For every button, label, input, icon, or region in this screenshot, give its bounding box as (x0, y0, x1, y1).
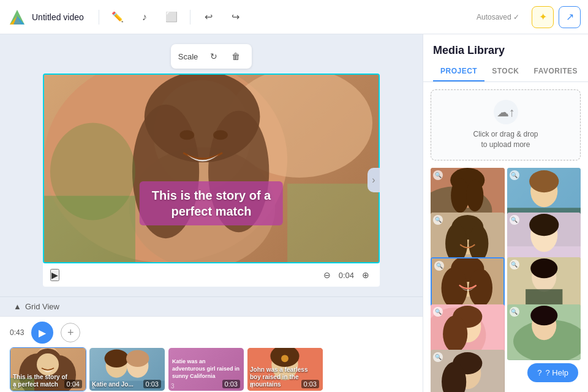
svg-point-8 (179, 130, 194, 140)
redo-button[interactable]: ↪ (225, 6, 247, 28)
svg-point-36 (529, 170, 559, 192)
media-zoom-icon-8: 🔍 (510, 307, 519, 317)
timeline-play-button[interactable]: ▶ (31, 322, 53, 344)
video-controls: ▶ ⊖ 0:04 ⊕ (43, 263, 380, 287)
media-item-8[interactable]: 🔍 (507, 304, 581, 360)
delete-button[interactable]: 🗑 (227, 48, 244, 65)
export-button[interactable]: ↗ (559, 6, 581, 28)
timeline-clip-1[interactable]: This is the story of a perfect match 0:0… (10, 347, 86, 391)
media-library: Media Library PROJECT STOCK FAVORITES ☁↑… (423, 34, 588, 392)
topbar: Untitled video ✏️ ♪ ⬜ ↩ ↪ Autosaved ✓ ✦ … (0, 0, 588, 34)
svg-point-33 (466, 179, 483, 211)
screen-button[interactable]: ⬜ (160, 6, 183, 28)
clip-1-number: 1 (13, 383, 17, 390)
media-zoom-icon-1: 🔍 (433, 170, 443, 180)
canvas-toolbar: Scale ↻ 🗑 (171, 44, 252, 69)
upload-area[interactable]: ☁↑ Click or drag & dropto upload more (431, 89, 581, 160)
app-logo (7, 7, 27, 27)
upload-cloud-icon: ☁↑ (494, 100, 518, 124)
video-canvas-wrapper: ⊞ ◎ (43, 74, 380, 287)
clip-4-label: John was a fearless boy raised in the mo… (250, 366, 308, 388)
media-zoom-icon-9: 🔍 (433, 352, 443, 362)
tab-project[interactable]: PROJECT (433, 62, 484, 81)
caption-text: This is the story of aperfect match (152, 187, 271, 219)
media-tabs: PROJECT STOCK FAVORITES (423, 62, 588, 82)
svg-point-27 (281, 355, 288, 362)
clip-3-duration: 0:03 (222, 380, 240, 388)
scale-label: Scale (178, 52, 198, 61)
svg-point-9 (213, 130, 228, 140)
upload-text: Click or drag & dropto upload more (473, 129, 538, 150)
timeline: 0:43 ▶ + (0, 316, 423, 392)
clip-4-number: 4 (250, 383, 254, 390)
timeline-time: 0:43 (10, 328, 24, 337)
timeline-clip-3[interactable]: Katie was an adventurous girl raised in … (168, 347, 244, 391)
sparkle-button[interactable]: ✦ (532, 6, 554, 28)
grid-view-icon: ▲ (13, 302, 21, 311)
svg-rect-11 (287, 184, 379, 262)
time-display: 0:04 (339, 271, 354, 280)
tab-stock[interactable]: STOCK (484, 62, 526, 81)
tab-favorites[interactable]: FAVORITES (526, 62, 585, 81)
media-zoom-icon-6: 🔍 (510, 260, 519, 270)
clip-1-label: This is the story of a perfect match (13, 374, 71, 388)
clip-2-label: Katie and Jo... (92, 381, 150, 388)
grid-view-bar[interactable]: ▲ Grid View (0, 296, 423, 316)
svg-point-46 (529, 214, 559, 236)
svg-point-42 (469, 225, 488, 262)
media-zoom-icon-3: 🔍 (433, 215, 443, 225)
timeline-header: 0:43 ▶ + (0, 322, 423, 347)
svg-point-54 (530, 258, 557, 278)
clip-2-duration: 0:03 (143, 380, 161, 388)
media-library-title: Media Library (423, 34, 588, 62)
timeline-clip-4[interactable]: John was a fearless boy raised in the mo… (247, 347, 323, 391)
divider-2 (190, 10, 190, 24)
clip-4-duration: 0:03 (301, 380, 319, 388)
rotate-button[interactable]: ↻ (205, 48, 222, 65)
music-button[interactable]: ♪ (134, 6, 156, 28)
editor-area: Scale ↻ 🗑 ⊞ ◎ (0, 34, 423, 392)
divider-1 (99, 10, 99, 24)
clip-2-number: 2 (92, 383, 96, 390)
time-increase-button[interactable]: ⊕ (359, 268, 372, 282)
canvas-section: Scale ↻ 🗑 ⊞ ◎ (0, 34, 423, 296)
help-button[interactable]: ? ? Help (527, 363, 578, 382)
media-zoom-icon-4: 🔍 (510, 215, 519, 225)
svg-point-64 (530, 306, 557, 325)
time-decrease-button[interactable]: ⊖ (320, 268, 334, 282)
svg-point-12 (50, 123, 135, 221)
media-grid: 🔍 🔍 (423, 168, 588, 392)
undo-button[interactable]: ↩ (198, 6, 220, 28)
edit-button[interactable]: ✏️ (107, 6, 129, 28)
video-canvas[interactable]: This is the story of aperfect match (43, 74, 380, 263)
help-label: ? Help (545, 368, 568, 377)
timeline-clips: This is the story of a perfect match 0:0… (0, 347, 423, 391)
timeline-add-button[interactable]: + (61, 323, 80, 342)
project-title: Untitled video (32, 12, 84, 22)
media-zoom-icon-2: 🔍 (510, 170, 519, 180)
svg-point-60 (443, 316, 467, 353)
svg-point-20 (105, 350, 129, 368)
video-caption: This is the story of aperfect match (140, 181, 283, 225)
timeline-clip-2[interactable]: Katie and Jo... 0:03 2 (89, 347, 165, 391)
help-question-icon: ? (537, 368, 541, 377)
main-content: Scale ↻ 🗑 ⊞ ◎ (0, 34, 588, 392)
svg-point-22 (126, 350, 149, 368)
autosaved-status: Autosaved ✓ (477, 13, 519, 21)
media-item-9[interactable]: 🔍 (431, 350, 505, 392)
canvas-person (44, 75, 379, 262)
grid-view-label: Grid View (25, 302, 59, 311)
collapse-icon: › (372, 175, 375, 186)
play-button-small[interactable]: ▶ (50, 269, 59, 281)
clip-1-duration: 0:04 (64, 380, 82, 388)
clip-3-number: 3 (171, 383, 175, 390)
collapse-handle[interactable]: › (368, 168, 380, 192)
svg-point-17 (37, 353, 59, 375)
